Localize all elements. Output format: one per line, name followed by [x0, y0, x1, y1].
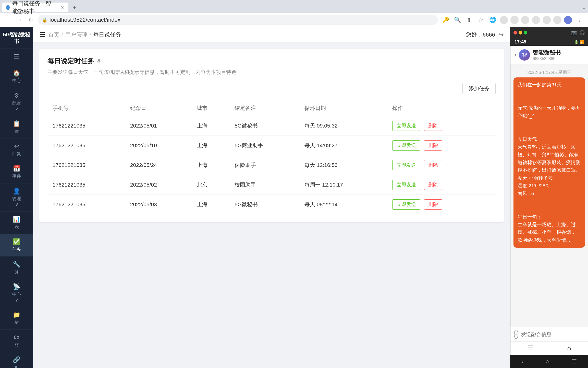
send-button-1[interactable]: 立即发送 — [392, 140, 420, 151]
page-description: 主要发送每日天气，一句随机情话和提示等信息，暂时不可定制，内容为本项目特色 — [47, 69, 496, 76]
cell-note: 5G微秘书 — [229, 195, 299, 214]
tab-close-button[interactable]: ✕ — [60, 5, 64, 10]
battery-indicator: 🔋 — [574, 40, 579, 44]
reload-button[interactable]: ↻ — [27, 16, 35, 24]
cell-date: 2022/05/03 — [125, 195, 192, 214]
sidebar-item-table[interactable]: 📊 表 — [0, 212, 33, 234]
task-table: 手机号 纪念日 城市 结尾备注 循环日期 操作 17621221035 2022… — [47, 100, 496, 214]
send-button-4[interactable]: 立即发送 — [392, 199, 420, 210]
headphone-icon: 🎧 — [579, 30, 585, 36]
cell-cycle: 每天 09:05:32 — [299, 116, 387, 136]
sidebar-item-reply[interactable]: ↩ 回复 — [0, 139, 33, 161]
breadcrumb-user-manage[interactable]: 用户管理 — [65, 31, 88, 39]
sidebar-item-task[interactable]: ✅ 任务 — [0, 234, 33, 257]
sidebar-item-config[interactable]: ⚙ 配置 ∨ — [0, 88, 33, 116]
extension-icon-6[interactable] — [553, 16, 561, 24]
breadcrumb-home[interactable]: 首页 — [48, 31, 59, 39]
tab-overflow-button[interactable]: ⌄ — [582, 4, 586, 10]
forward-button[interactable]: → — [15, 16, 23, 24]
android-home-icon[interactable]: ○ — [546, 358, 549, 365]
bookmark-icon[interactable]: ☆ — [476, 15, 485, 25]
sidebar-label-task: 任务 — [12, 246, 21, 252]
android-back-icon[interactable]: ‹ — [521, 358, 523, 365]
sidebar-item-center[interactable]: 📡 中心 ∨ — [0, 279, 33, 307]
nav-home-icon[interactable]: ⌂ — [567, 344, 571, 352]
cell-city: 北京 — [192, 175, 229, 195]
breadcrumb-current: 每日说任务 — [93, 31, 121, 39]
user-avatar[interactable] — [564, 16, 572, 24]
cell-actions: 立即发送 删除 — [387, 116, 496, 136]
extension-icon-4[interactable] — [532, 16, 540, 24]
minimize-traffic-light[interactable] — [519, 31, 522, 34]
table-header-row: 手机号 纪念日 城市 结尾备注 循环日期 操作 — [47, 100, 496, 116]
sidebar-item-set[interactable]: 📋 置 — [0, 116, 33, 139]
message-bubble: 我们在一起的第31天元气满满的一天开始啦，要开心哦^_^今日天气天气炎热，适宜着… — [513, 77, 585, 248]
delete-button-3[interactable]: 删除 — [424, 180, 442, 190]
new-tab-button[interactable]: + — [70, 3, 79, 12]
sidebar-item-material2[interactable]: 🗂 材 — [0, 330, 33, 352]
nav-menu-icon[interactable]: ☰ — [527, 344, 533, 352]
zoom-icon[interactable]: 🔍 — [453, 15, 462, 25]
sidebar-logo: 5G智能微秘书 — [0, 27, 33, 49]
table-row: 17621221035 2022/05/02 北京 校园助手 每周一 12:10… — [47, 175, 496, 195]
send-button-0[interactable]: 立即发送 — [392, 121, 420, 131]
delete-button-4[interactable]: 删除 — [424, 199, 442, 210]
browser-tab[interactable]: 每日说任务 - 智能微秘书 ✕ — [2, 3, 68, 12]
table-icon: 📊 — [13, 216, 20, 223]
wifi-indicator: 📶 — [580, 40, 584, 44]
sidebar-label-center: 中心 — [12, 291, 21, 297]
maximize-traffic-light[interactable] — [524, 31, 527, 34]
sidebar-label-reply: 回复 — [12, 151, 21, 157]
menu-dots-icon[interactable]: ⋮ — [575, 15, 584, 25]
add-task-button[interactable]: 添加任务 — [462, 83, 496, 94]
add-media-button[interactable]: + — [514, 330, 518, 339]
url-input[interactable]: 🔒 localhost:9522/contact/index — [38, 15, 438, 25]
cell-note: 5G商业助手 — [229, 136, 299, 155]
cell-cycle: 每周一 12:10:17 — [299, 175, 387, 195]
extension-icon-2[interactable] — [510, 16, 519, 24]
service-icon: 🔧 — [13, 261, 20, 268]
delete-button-0[interactable]: 删除 — [424, 121, 442, 131]
sidebar-item-event[interactable]: 📅 事件 — [0, 161, 33, 183]
eye-icon[interactable]: 👁 — [96, 58, 102, 65]
center-icon: 📡 — [13, 283, 20, 290]
close-traffic-light[interactable] — [513, 31, 517, 34]
url-text: localhost:9522/contact/index — [50, 17, 434, 23]
extension-icon-1[interactable] — [500, 16, 508, 24]
cell-actions: 立即发送 删除 — [387, 195, 496, 214]
sidebar-item-service[interactable]: 🔧 务 — [0, 257, 33, 279]
table-row: 17621221035 2022/05/24 上海 保险助手 每天 12:16:… — [47, 155, 496, 175]
delete-button-2[interactable]: 删除 — [424, 160, 442, 170]
back-button[interactable]: ← — [4, 16, 12, 24]
sidebar-item-menu[interactable]: ☰ — [0, 49, 33, 65]
camera-icon: 📷 — [571, 30, 577, 36]
chat-back-button[interactable]: ‹ — [514, 52, 516, 58]
sidebar-label-service: 务 — [15, 269, 19, 275]
sidebar-item-home[interactable]: 🏠 中心 — [0, 65, 33, 88]
task-icon: ✅ — [13, 238, 20, 245]
delete-button-1[interactable]: 删除 — [424, 140, 442, 151]
action-bar: 添加任务 — [47, 83, 496, 94]
table-row: 17621221035 2022/05/01 上海 5G微秘书 每天 09:05… — [47, 116, 496, 136]
sidebar-item-api[interactable]: 🔗 api — [0, 352, 33, 368]
sidebar-item-manage[interactable]: 👤 管理 ∨ — [0, 183, 33, 212]
globe-icon[interactable]: 🌐 — [488, 15, 497, 25]
android-recent-icon[interactable]: ☰ — [571, 358, 577, 365]
extension-icon-5[interactable] — [543, 16, 551, 24]
chat-input-area: + — [510, 327, 588, 341]
content-area: ☰ 首页 / 用户管理 / 每日说任务 您好，6666 ↪ — [33, 27, 510, 368]
menu-toggle-icon[interactable]: ☰ — [39, 31, 45, 39]
share-icon[interactable]: ⬆ — [464, 15, 474, 25]
key-icon[interactable]: 🔑 — [441, 15, 450, 25]
send-button-2[interactable]: 立即发送 — [392, 160, 420, 170]
cell-city: 上海 — [192, 155, 229, 175]
logout-button[interactable]: ↪ — [498, 31, 504, 39]
col-action: 操作 — [387, 100, 496, 116]
breadcrumb-sep-1: / — [62, 31, 63, 38]
android-nav-bar: ‹ ○ ☰ — [510, 355, 588, 368]
phone-indicators: 🔋 📶 — [574, 40, 584, 44]
sidebar-item-material[interactable]: 📁 材 — [0, 307, 33, 330]
chat-input[interactable] — [521, 331, 585, 337]
extension-icon-3[interactable] — [521, 16, 529, 24]
send-button-3[interactable]: 立即发送 — [392, 180, 420, 190]
